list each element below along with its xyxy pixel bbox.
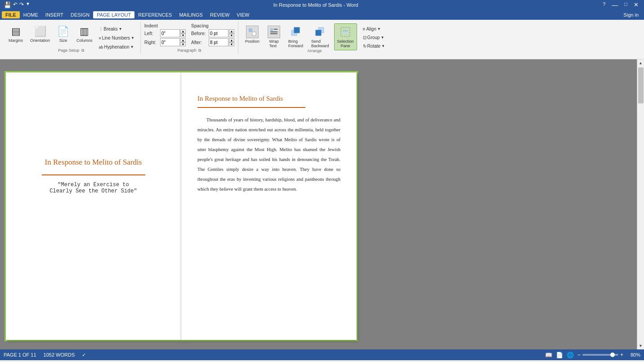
zoom-level[interactable]: 80% xyxy=(627,352,640,358)
indent-right-label: Right: xyxy=(144,40,159,45)
scroll-down-btn[interactable]: ▼ xyxy=(637,342,644,349)
title-bar: 💾 ↶ ↷ ▼ In Response to Melito of Sardis … xyxy=(0,0,644,10)
indent-left-row: Left: ▲ ▼ xyxy=(144,29,186,37)
page-setup-expand[interactable]: ⧉ xyxy=(81,48,84,53)
breaks-icon: ⋮ xyxy=(99,27,103,31)
position-btn[interactable]: Position xyxy=(242,23,263,46)
indent-right-down[interactable]: ▼ xyxy=(180,42,186,46)
svg-rect-0 xyxy=(249,28,252,32)
wrap-text-icon xyxy=(268,26,280,38)
menu-view[interactable]: VIEW xyxy=(233,11,253,18)
spacing-after-label: After: xyxy=(191,40,207,45)
align-btn[interactable]: ≡ Align ▼ xyxy=(361,25,387,33)
arrange-label: Arrange xyxy=(238,49,391,53)
zoom-thumb[interactable] xyxy=(610,353,615,357)
left-page-subtitle: "Merely an Exercise to Clearly See the O… xyxy=(49,182,137,194)
proofing-icon[interactable]: ✓ xyxy=(82,352,86,358)
selection-pane-btn[interactable]: SelectionPane xyxy=(334,23,357,50)
indent-right-up[interactable]: ▲ xyxy=(180,38,186,42)
margins-icon: ▤ xyxy=(11,26,21,37)
bring-forward-btn[interactable]: BringForward xyxy=(285,23,306,50)
window-title: In Response to Melito of Sardis - Word xyxy=(31,2,601,8)
quick-access-save[interactable]: 💾 xyxy=(4,1,11,9)
columns-btn[interactable]: ▥ Columns xyxy=(73,23,96,45)
svg-rect-1 xyxy=(252,32,256,36)
menu-file[interactable]: FILE xyxy=(2,11,20,18)
spacing-after-up[interactable]: ▲ xyxy=(229,38,234,42)
quick-access-redo[interactable]: ↷ xyxy=(19,1,24,9)
ribbon: ▤ Margins ⬜ Orientation 📄 Size ▥ Columns xyxy=(0,20,644,59)
zoom-out-btn[interactable]: − xyxy=(577,352,581,358)
line-numbers-icon: ≡ xyxy=(99,36,101,40)
menu-home[interactable]: HOME xyxy=(20,11,42,18)
scrollbar-vertical: ▲ ▼ xyxy=(637,59,644,349)
ribbon-group-paragraph: Indent Left: ▲ ▼ Right: xyxy=(141,22,238,54)
svg-rect-11 xyxy=(343,30,348,31)
group-arrow: ▼ xyxy=(380,36,384,40)
indent-right-input[interactable] xyxy=(160,38,180,46)
spacing-after-input[interactable] xyxy=(209,38,228,46)
indent-left-up[interactable]: ▲ xyxy=(180,29,186,33)
menu-mailings[interactable]: MAILINGS xyxy=(175,11,206,18)
maximize-btn[interactable]: □ xyxy=(622,1,629,9)
menu-references[interactable]: REFERENCES xyxy=(134,11,175,18)
group-btn[interactable]: ⊡ Group ▼ xyxy=(361,34,387,41)
wrap-text-btn[interactable]: WrapText xyxy=(264,23,283,50)
spacing-before-input[interactable] xyxy=(209,29,228,37)
quick-access-more[interactable]: ▼ xyxy=(26,1,30,9)
position-icon xyxy=(246,26,259,38)
paragraph-label: Paragraph ⧉ xyxy=(141,48,238,53)
spacing-before-label: Before: xyxy=(191,31,207,36)
spacing-before-up[interactable]: ▲ xyxy=(229,29,234,33)
svg-rect-12 xyxy=(343,32,348,34)
sign-in-btn[interactable]: Sign in xyxy=(620,11,642,18)
svg-rect-2 xyxy=(270,28,273,31)
send-backward-btn[interactable]: SendBackward xyxy=(308,23,332,50)
spacing-before-row: Before: ▲ ▼ xyxy=(191,29,234,37)
page-count: PAGE 1 OF 11 xyxy=(4,352,36,358)
right-page-divider xyxy=(197,107,305,108)
line-numbers-btn[interactable]: ≡ Line Numbers ▼ xyxy=(97,34,137,42)
orientation-btn[interactable]: ⬜ Orientation xyxy=(27,23,53,45)
page-left: In Response to Melito of Sardis "Merely … xyxy=(6,72,181,340)
quick-access-undo[interactable]: ↶ xyxy=(13,1,18,9)
zoom-in-btn[interactable]: + xyxy=(620,352,623,358)
paragraph-expand[interactable]: ⧉ xyxy=(198,48,201,53)
columns-icon: ▥ xyxy=(80,26,89,37)
size-btn[interactable]: 📄 Size xyxy=(54,23,72,45)
close-btn[interactable]: ✕ xyxy=(632,1,640,9)
line-numbers-arrow: ▼ xyxy=(131,36,134,40)
ribbon-group-arrange: Position WrapText BringForward xyxy=(238,22,391,54)
indent-right-row: Right: ▲ ▼ xyxy=(144,38,186,46)
breaks-arrow: ▼ xyxy=(119,27,122,31)
indent-left-input[interactable] xyxy=(160,29,180,37)
left-page-divider xyxy=(42,174,145,175)
help-btn[interactable]: ? xyxy=(601,1,607,9)
page-setup-label: Page Setup ⧉ xyxy=(2,48,140,53)
zoom-slider[interactable]: − + xyxy=(577,352,623,358)
zoom-track[interactable] xyxy=(582,354,618,356)
breaks-btn[interactable]: ⋮ Breaks ▼ xyxy=(97,25,137,33)
word-count: 1052 WORDS xyxy=(44,352,75,358)
indent-left-down[interactable]: ▼ xyxy=(180,33,186,37)
size-icon: 📄 xyxy=(57,26,69,37)
ribbon-group-page-setup: ▤ Margins ⬜ Orientation 📄 Size ▥ Columns xyxy=(2,22,141,54)
scroll-thumb[interactable] xyxy=(638,67,644,103)
scroll-up-btn[interactable]: ▲ xyxy=(637,59,644,67)
minimize-btn[interactable]: — xyxy=(610,1,620,9)
margins-btn[interactable]: ▤ Margins xyxy=(5,23,26,45)
selection-pane-icon xyxy=(339,26,352,38)
menu-review[interactable]: REVIEW xyxy=(206,11,233,18)
menu-page-layout[interactable]: PAGE LAYOUT xyxy=(93,11,134,18)
status-bar: PAGE 1 OF 11 1052 WORDS ✓ 📖 📄 🌐 − + 80% xyxy=(0,349,644,360)
right-page-title: In Response to Melito of Sardis xyxy=(197,95,340,103)
left-page-title: In Response to Melito of Sardis xyxy=(45,156,142,168)
menu-design[interactable]: DESIGN xyxy=(67,11,93,18)
spacing-after-down[interactable]: ▼ xyxy=(229,42,234,46)
menu-insert[interactable]: INSERT xyxy=(42,11,67,18)
right-page-body: Thousands of years of history, hardship,… xyxy=(197,115,340,194)
view-read-btn[interactable]: 📖 xyxy=(545,352,552,358)
spacing-before-down[interactable]: ▼ xyxy=(229,33,234,37)
view-web-btn[interactable]: 🌐 xyxy=(567,352,574,358)
view-print-btn[interactable]: 📄 xyxy=(556,352,563,358)
